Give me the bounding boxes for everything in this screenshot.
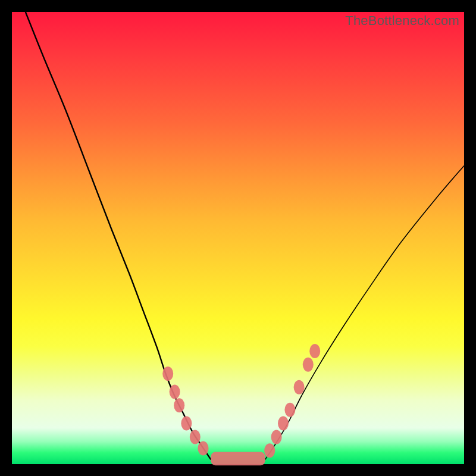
data-marker (198, 441, 208, 455)
data-marker (309, 344, 320, 358)
chart-frame: TheBottleneck.com (0, 0, 476, 476)
data-marker (190, 430, 201, 444)
markers-right (264, 344, 320, 458)
data-marker (294, 380, 305, 394)
plot-area: TheBottleneck.com (12, 12, 464, 464)
flat-segment (211, 452, 265, 465)
data-marker (264, 443, 275, 458)
data-marker (162, 367, 173, 381)
right-curve (265, 165, 464, 459)
data-marker (181, 416, 192, 431)
data-marker (303, 358, 314, 372)
data-marker (278, 416, 289, 431)
chart-svg (12, 12, 464, 464)
data-marker (284, 403, 295, 417)
left-curve (26, 12, 211, 459)
data-marker (271, 430, 282, 444)
data-marker (170, 384, 180, 399)
markers-left (162, 367, 208, 455)
data-marker (174, 398, 184, 412)
